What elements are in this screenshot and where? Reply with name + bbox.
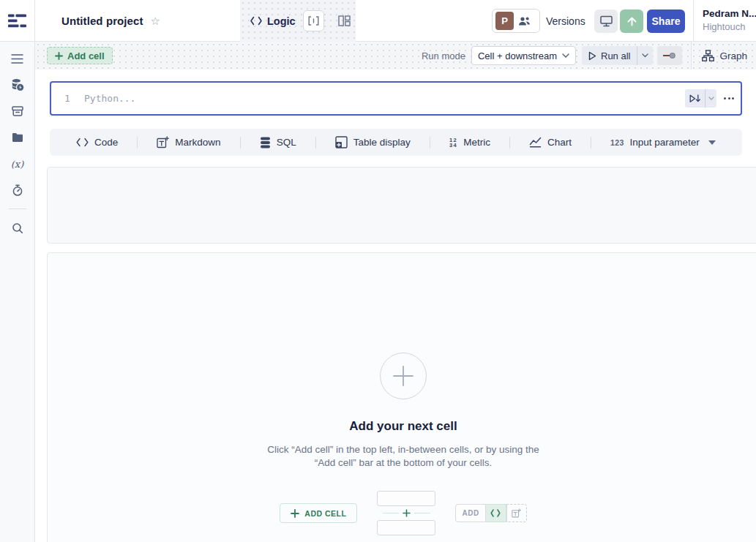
cell-type-code[interactable]: Code (76, 137, 118, 148)
versions-label: Versions (546, 15, 585, 27)
add-next-cell-plus-icon[interactable] (380, 353, 427, 399)
user-account[interactable]: Pedram N... Hightouch (703, 7, 756, 33)
user-org: Hightouch (703, 20, 756, 33)
chevron-down-icon (562, 53, 569, 58)
search-icon[interactable] (4, 215, 31, 241)
run-cell-caret-icon[interactable] (706, 97, 716, 100)
schedule-icon[interactable] (4, 177, 31, 203)
monitor-icon (600, 15, 613, 27)
illustration-add-bar: ADD (455, 504, 526, 522)
run-mode-select[interactable]: Cell + downstream (471, 46, 576, 65)
cell-type-table-display[interactable]: Table display (335, 136, 411, 148)
empty-state: Add your next cell Click “Add cell” in t… (48, 253, 756, 535)
star-icon[interactable]: ☆ (151, 15, 160, 26)
cell-type-bar: Code Markdown SQL (50, 129, 742, 156)
empty-state-description: Click “Add cell” in the top left, in-bet… (48, 443, 756, 470)
code-icon (76, 138, 89, 147)
share-label: Share (652, 15, 681, 27)
variables-icon[interactable]: (x) (4, 151, 31, 177)
tab-logic[interactable]: Logic (240, 0, 303, 42)
view-tabstrip: Logic (240, 0, 356, 42)
collaborators-icon (518, 16, 531, 26)
chart-icon (529, 137, 542, 148)
plus-icon (55, 52, 63, 60)
add-cell-label: Add cell (67, 50, 105, 61)
cell-type-sql[interactable]: SQL (260, 137, 296, 148)
chevron-down-icon (708, 140, 716, 145)
code-icon (490, 509, 501, 517)
markdown-icon (157, 136, 169, 148)
table-display-icon (335, 136, 348, 148)
sidebar-divider (9, 208, 26, 209)
add-cell-illustrations: ADD CELL ADD (280, 491, 526, 535)
versions-button[interactable]: Versions (546, 0, 585, 42)
commit-icon (663, 52, 676, 59)
empty-state-title: Add your next cell (48, 419, 756, 434)
run-cell-group (685, 89, 716, 108)
app-layout-icon[interactable] (334, 10, 355, 31)
project-title-area[interactable]: Untitled project ☆ (61, 0, 265, 42)
cell-type-markdown[interactable]: Markdown (157, 136, 220, 148)
line-number: 1 (64, 83, 70, 114)
publish-arrow-icon (626, 16, 637, 27)
sql-icon (260, 137, 271, 148)
app-window: (x) Untitled proje (0, 0, 756, 542)
toolbar-divider (691, 42, 692, 69)
graph-button[interactable]: Graph (702, 50, 747, 61)
run-downstream-icon (689, 94, 700, 103)
kernel-commit-button[interactable] (657, 46, 682, 65)
share-button[interactable]: Share (647, 10, 685, 33)
metric-icon: 12 34 (449, 138, 457, 148)
input-parameter-icon: 123 (610, 138, 624, 147)
run-options-caret-icon[interactable] (637, 53, 653, 58)
empty-section-panel (47, 167, 756, 244)
tab-logic-label: Logic (267, 15, 296, 27)
topbar-divider (693, 0, 694, 42)
graph-icon (702, 50, 714, 61)
left-sidebar: (x) (0, 0, 35, 542)
graph-label: Graph (719, 50, 747, 61)
notebook-toolbar: Add cell Run mode Cell + downstream Run … (35, 42, 756, 69)
user-name: Pedram N... (703, 7, 756, 20)
markdown-icon (512, 508, 521, 518)
code-editor-placeholder[interactable]: Python... (84, 83, 135, 114)
play-icon (588, 51, 596, 61)
menu-icon[interactable] (4, 45, 31, 72)
more-options-icon[interactable] (724, 83, 734, 114)
code-icon (250, 16, 262, 26)
top-bar: Untitled project ☆ Logic P (35, 0, 756, 42)
python-cell[interactable]: 1 Python... (50, 81, 742, 116)
files-icon[interactable] (4, 124, 31, 151)
illustration-add-cell-button: ADD CELL (280, 503, 357, 523)
cell-type-input-parameter[interactable]: 123 Input parameter (610, 137, 716, 148)
add-cell-button[interactable]: Add cell (47, 47, 113, 64)
plus-icon (291, 509, 299, 518)
data-sources-icon[interactable] (4, 72, 31, 98)
app-logo[interactable] (0, 0, 34, 42)
run-all-button[interactable]: Run all (582, 50, 637, 61)
run-all-label: Run all (601, 50, 630, 61)
publish-button[interactable] (620, 10, 643, 33)
cell-type-metric[interactable]: 12 34 Metric (449, 137, 490, 148)
page-title: Untitled project (61, 15, 143, 27)
avatar: P (495, 12, 514, 30)
add-next-cell-panel: Add your next cell Click “Add cell” in t… (47, 252, 756, 542)
split-view-icon[interactable] (303, 10, 324, 31)
plus-icon (403, 509, 411, 517)
illustration-between-cells (377, 491, 435, 535)
run-mode-value: Cell + downstream (478, 50, 557, 61)
archive-icon[interactable] (4, 98, 31, 124)
present-button[interactable] (594, 10, 618, 33)
run-all-group: Run all (582, 46, 653, 65)
cell-type-chart[interactable]: Chart (529, 137, 572, 148)
run-cell-button[interactable] (685, 94, 705, 103)
run-mode-label: Run mode (422, 50, 465, 61)
collaborators-button[interactable]: P (492, 9, 540, 33)
